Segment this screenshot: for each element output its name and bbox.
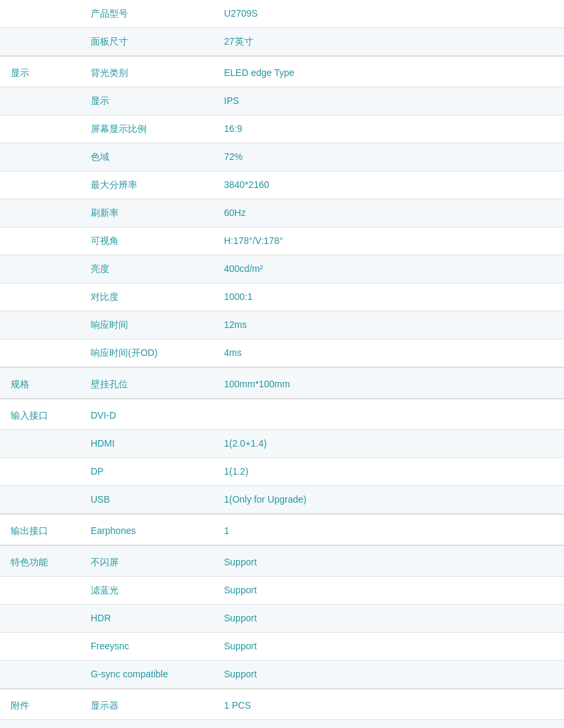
value-cell: 1(1.2) [213, 458, 564, 486]
property-cell: 显示器 [80, 689, 213, 720]
category-cell [0, 171, 80, 199]
category-cell [0, 486, 80, 515]
value-cell: 1000:1 [213, 283, 564, 311]
property-cell: Earphones [80, 514, 213, 545]
property-cell: 可视角 [80, 227, 213, 255]
table-row: 显示背光类别ELED edge Type [0, 56, 564, 87]
spec-table: 产品型号U2709S面板尺寸27英寸显示背光类别ELED edge Type显示… [0, 0, 564, 728]
value-cell: 1 PCS [213, 689, 564, 720]
table-row: 可视角H:178°/V:178° [0, 227, 564, 255]
value-cell: U2709S [213, 0, 564, 28]
table-row: 附件显示器1 PCS [0, 689, 564, 720]
category-cell [0, 283, 80, 311]
value-cell: 4ms [213, 339, 564, 368]
property-cell: 显示 [80, 87, 213, 115]
category-cell: 输出接口 [0, 514, 80, 545]
value-cell [213, 399, 564, 430]
value-cell: Support [213, 661, 564, 689]
table-row: 对比度1000:1 [0, 283, 564, 311]
table-row: 最大分辨率3840*2160 [0, 171, 564, 199]
table-row: HDRSupport [0, 605, 564, 633]
table-row: G-sync compatibleSupport [0, 661, 564, 689]
property-cell: 壁挂孔位 [80, 367, 213, 399]
property-cell: 背光类别 [80, 56, 213, 87]
category-cell [0, 633, 80, 661]
category-cell [0, 199, 80, 227]
table-row: 产品型号U2709S [0, 0, 564, 28]
table-row: 滤蓝光Support [0, 577, 564, 605]
value-cell: ELED edge Type [213, 56, 564, 87]
category-cell [0, 87, 80, 115]
table-row: 响应时间(开OD)4ms [0, 339, 564, 368]
category-cell [0, 28, 80, 57]
table-row: 亮度400cd/m² [0, 255, 564, 283]
table-row: DP1(1.2) [0, 458, 564, 486]
value-cell: H:178°/V:178° [213, 227, 564, 255]
category-cell: 输入接口 [0, 399, 80, 430]
value-cell: Support [213, 545, 564, 577]
value-cell: 1(Only for Upgrade) [213, 486, 564, 515]
category-cell: 特色功能 [0, 545, 80, 577]
category-cell [0, 255, 80, 283]
property-cell: 对比度 [80, 283, 213, 311]
table-row: 输出接口Earphones1 [0, 514, 564, 545]
table-row: USB1(Only for Upgrade) [0, 486, 564, 515]
value-cell: 1 [213, 514, 564, 545]
property-cell: Freeysnc [80, 633, 213, 661]
table-row: 色域72% [0, 143, 564, 171]
property-cell: 亮度 [80, 255, 213, 283]
value-cell: 72% [213, 143, 564, 171]
category-cell [0, 0, 80, 28]
category-cell [0, 430, 80, 458]
category-cell [0, 605, 80, 633]
property-cell: 响应时间(开OD) [80, 339, 213, 368]
table-row: 刷新率60Hz [0, 199, 564, 227]
table-row: HDMI1(2.0+1.4) [0, 430, 564, 458]
category-cell: 显示 [0, 56, 80, 87]
category-cell [0, 458, 80, 486]
property-cell: HDMI [80, 430, 213, 458]
value-cell: 1(2.0+1.4) [213, 430, 564, 458]
table-row: 面板尺寸27英寸 [0, 28, 564, 57]
property-cell: 不闪屏 [80, 545, 213, 577]
property-cell: 屏幕显示比例 [80, 115, 213, 143]
property-cell: 响应时间 [80, 311, 213, 339]
table-row: 屏幕显示比例16:9 [0, 115, 564, 143]
table-row: 响应时间12ms [0, 311, 564, 339]
table-row: 输入接口DVI-D [0, 399, 564, 430]
table-row: 规格壁挂孔位100mm*100mm [0, 367, 564, 399]
property-cell: 滤蓝光 [80, 577, 213, 605]
category-cell [0, 115, 80, 143]
category-cell: 附件 [0, 689, 80, 720]
category-cell [0, 143, 80, 171]
property-cell: 底座 [80, 720, 213, 729]
value-cell: 12ms [213, 311, 564, 339]
property-cell: USB [80, 486, 213, 515]
value-cell: IPS [213, 87, 564, 115]
property-cell: 色域 [80, 143, 213, 171]
category-cell [0, 311, 80, 339]
value-cell: Support [213, 577, 564, 605]
value-cell: 16:9 [213, 115, 564, 143]
value-cell: 100mm*100mm [213, 367, 564, 399]
property-cell: 最大分辨率 [80, 171, 213, 199]
property-cell: HDR [80, 605, 213, 633]
property-cell: G-sync compatible [80, 661, 213, 689]
property-cell: DP [80, 458, 213, 486]
table-row: 底座1 PCS(Optional) [0, 720, 564, 729]
value-cell: 3840*2160 [213, 171, 564, 199]
value-cell: Support [213, 633, 564, 661]
category-cell [0, 227, 80, 255]
value-cell: 27英寸 [213, 28, 564, 57]
category-cell [0, 720, 80, 729]
category-cell [0, 577, 80, 605]
value-cell: 1 PCS(Optional) [213, 720, 564, 729]
property-cell: 刷新率 [80, 199, 213, 227]
category-cell [0, 661, 80, 689]
property-cell: 面板尺寸 [80, 28, 213, 57]
table-row: 特色功能不闪屏Support [0, 545, 564, 577]
value-cell: 60Hz [213, 199, 564, 227]
table-row: FreeysncSupport [0, 633, 564, 661]
value-cell: 400cd/m² [213, 255, 564, 283]
property-cell: DVI-D [80, 399, 213, 430]
